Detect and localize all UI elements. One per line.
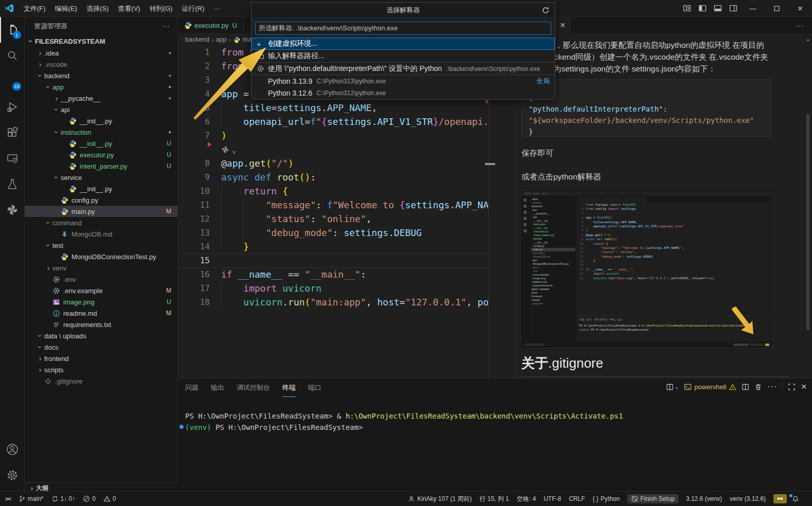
menu-item-6[interactable]: ··· — [209, 3, 225, 14]
status-item-right-5[interactable]: { }Python — [592, 495, 620, 502]
tree-item-MongoDB.md[interactable]: MongoDB.md — [25, 228, 177, 240]
tree-item-.idea[interactable]: ›.idea● — [25, 47, 177, 59]
tree-item-__init__.py[interactable]: __init__.py — [25, 183, 177, 194]
menu-item-5[interactable]: 运行(R) — [177, 3, 209, 14]
tree-item-datauploads[interactable]: ›data \ uploads — [25, 330, 177, 341]
quickpick-item-1[interactable]: 输入解释器路径... — [251, 50, 555, 62]
kill-terminal-icon[interactable] — [754, 383, 762, 391]
menu-item-0[interactable]: 文件(F) — [19, 3, 50, 14]
remote-explorer-icon[interactable] — [0, 146, 25, 171]
tree-item-readme.md[interactable]: readme.mdM — [25, 308, 177, 319]
source-control-icon[interactable]: 10 — [0, 68, 25, 94]
testing-icon[interactable] — [0, 171, 25, 197]
explorer-icon[interactable]: 1 — [0, 17, 25, 43]
extension-pinwheel-icon[interactable] — [0, 197, 25, 223]
status-item-right-2[interactable]: 空格: 4 — [517, 495, 536, 503]
tree-item-requirements.txt[interactable]: requirements.txt — [25, 319, 177, 330]
status-item-right-7[interactable]: 3.12.6 (venv) — [686, 495, 722, 502]
refresh-icon[interactable] — [542, 6, 550, 14]
menu-item-1[interactable]: 编辑(E) — [50, 3, 82, 14]
tab-executor-py[interactable]: executor.py U — [178, 17, 244, 33]
interpreter-input[interactable] — [255, 22, 551, 35]
explorer-more-actions[interactable]: ··· — [162, 22, 170, 30]
maximize-button[interactable] — [765, 0, 788, 16]
menu-item-2[interactable]: 选择(S) — [82, 3, 113, 14]
tree-item-__init__.py[interactable]: __init__.py — [25, 115, 177, 127]
tree-item-api[interactable]: ›api — [25, 104, 177, 115]
maximize-panel-icon[interactable] — [788, 383, 796, 391]
terminal-output[interactable]: PS H:\OwnProject\FilesReadSysteam> & h:\… — [178, 397, 812, 491]
quickpick-item-0[interactable]: +创建虚拟环境... — [251, 38, 555, 50]
close-panel-icon[interactable]: ✕ — [801, 383, 807, 391]
quickpick-item-3[interactable]: Python 3.13.9C:\Python313\python.exe全局 — [251, 75, 555, 87]
run-debug-icon[interactable] — [0, 94, 25, 120]
status-item-right-9[interactable] — [773, 494, 787, 503]
status-item-right-10[interactable] — [792, 495, 799, 502]
status-item-right-8[interactable]: venv (3.12.6) — [730, 495, 766, 502]
tree-item-image.png[interactable]: image.pngU — [25, 296, 177, 308]
status-item-right-4[interactable]: CRLF — [569, 495, 585, 502]
editor-scrollbar-handle[interactable] — [485, 163, 495, 165]
tree-item-intent_parser.py[interactable]: intent_parser.pyU — [25, 160, 177, 172]
tree-item-command[interactable]: ›command — [25, 217, 177, 228]
menu-item-3[interactable]: 查看(V) — [113, 3, 145, 14]
remote-indicator[interactable]: >< — [5, 496, 11, 502]
tree-item-.env[interactable]: .env — [25, 274, 177, 285]
panel-tab-终端[interactable]: 终端 — [282, 378, 296, 397]
tree-item-scripts[interactable]: ›scripts — [25, 364, 177, 375]
tree-item-frontend[interactable]: ›frontend — [25, 353, 177, 364]
tree-item-.env.example[interactable]: .env.exampleM — [25, 285, 177, 296]
tree-item-docs[interactable]: ›docs — [25, 341, 177, 353]
tree-item-.gitignore[interactable]: .gitignore — [25, 375, 177, 387]
search-icon[interactable] — [0, 43, 25, 68]
tree-item-executor.py[interactable]: executor.pyU — [25, 149, 177, 160]
panel-more-actions[interactable]: ··· — [767, 382, 777, 391]
tree-item-main.py[interactable]: main.pyM — [25, 206, 177, 217]
editor-more-actions[interactable]: ··· — [796, 22, 804, 29]
tree-item-config.py[interactable]: config.py — [25, 194, 177, 206]
quickpick-item-2[interactable]: 使用 \"python.defaultInterpreterPath\" 设置中… — [251, 62, 555, 75]
tree-item-venv[interactable]: ›venv — [25, 262, 177, 274]
tree-root-folder[interactable]: › FILESREADSYSTEAM — [25, 35, 177, 47]
panel-tab-问题[interactable]: 问题 — [185, 378, 199, 397]
launch-profile-button[interactable]: ⌄ — [666, 383, 679, 391]
terminal-instance[interactable]: powershell — [684, 383, 736, 391]
status-item-left-2[interactable]: 0 — [83, 495, 96, 502]
toggle-panel-icon[interactable] — [710, 0, 726, 16]
menu-item-4[interactable]: 转到(G) — [145, 3, 177, 14]
split-terminal-icon[interactable] — [742, 383, 749, 391]
minimize-button[interactable]: — — [741, 0, 765, 16]
tree-item-__pycache__[interactable]: ›__pycache__● — [25, 93, 177, 104]
status-item-right-6[interactable]: Finish Setup — [627, 494, 678, 503]
tree-item-.vscode[interactable]: ›.vscode — [25, 59, 177, 70]
tree-item-app[interactable]: ›app● — [25, 81, 177, 93]
close-window-button[interactable]: ✕ — [788, 0, 812, 16]
close-tab-icon[interactable]: ✕ — [560, 21, 566, 29]
status-item-left-1[interactable]: 1↓ 0↑ — [51, 495, 76, 502]
status-item-left-3[interactable]: 0 — [103, 495, 116, 502]
tree-item-__init__.py[interactable]: __init__.pyU — [25, 138, 177, 149]
inline-suggestion-icon[interactable]: ⌄ — [178, 142, 516, 156]
breadcrumb-item[interactable]: app — [216, 36, 227, 43]
panel-tab-端口[interactable]: 端口 — [308, 378, 321, 397]
toggle-secondary-sidebar-icon[interactable] — [726, 0, 741, 16]
status-item-left-0[interactable]: main* — [19, 495, 44, 502]
extensions-icon[interactable] — [0, 120, 25, 146]
toggle-sidebar-icon[interactable] — [695, 0, 710, 16]
status-item-right-0[interactable]: KiriAky 107 (1 周前) — [408, 495, 472, 503]
breadcrumb-item[interactable]: backend — [185, 36, 209, 43]
accounts-icon[interactable] — [0, 437, 25, 462]
tree-item-backend[interactable]: ›backend● — [25, 70, 177, 81]
preview-scrollbar[interactable]: ▲ — [805, 38, 810, 330]
panel-tab-输出[interactable]: 输出 — [211, 378, 224, 397]
tree-item-MongoDBConnectionTest.py[interactable]: MongoDBConnectionTest.py — [25, 251, 177, 262]
settings-gear-icon[interactable] — [0, 462, 25, 488]
quickpick-item-4[interactable]: Python 3.12.6C:\Python312\python.exe — [251, 87, 555, 99]
status-item-right-1[interactable]: 行 15, 列 1 — [479, 495, 509, 503]
tree-item-test[interactable]: ›test — [25, 240, 177, 251]
status-item-right-3[interactable]: UTF-8 — [544, 495, 561, 502]
panel-tab-调试控制台[interactable]: 调试控制台 — [237, 378, 270, 397]
tree-item-service[interactable]: ›service — [25, 172, 177, 183]
global-link[interactable]: 全局 — [536, 77, 550, 86]
tree-item-instruction[interactable]: ›instruction● — [25, 127, 177, 138]
